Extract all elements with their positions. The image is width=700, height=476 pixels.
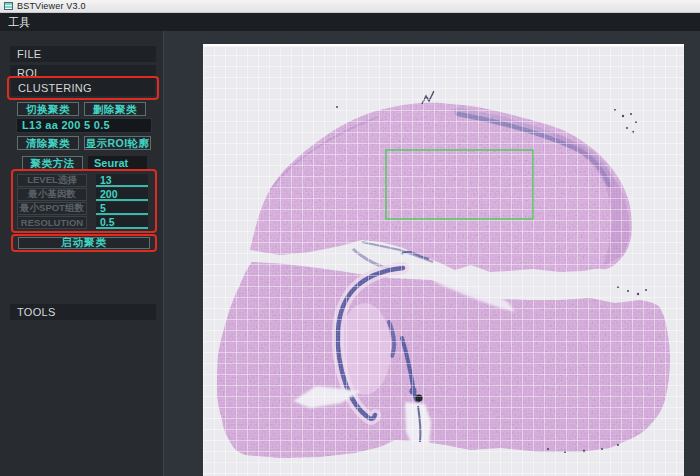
clear-cluster-button[interactable]: 清除聚类 (17, 136, 79, 150)
resolution-input[interactable]: 0.5 (96, 216, 148, 229)
show-roi-outline-button[interactable]: 显示ROI轮廓 (84, 136, 151, 150)
annotation-box-clustering: CLUSTERING (7, 76, 159, 100)
start-clustering-button[interactable]: 启动聚类 (18, 237, 150, 249)
min-spots-input[interactable]: 5 (96, 202, 148, 215)
brain-section-image (203, 44, 684, 476)
viewer-area (165, 31, 700, 476)
resolution-label: RESOLUTION (17, 216, 87, 229)
level-select-label: LEVEL选择 (17, 174, 87, 187)
min-spots-label: 最小SPOT组数 (17, 202, 87, 215)
min-genes-input[interactable]: 200 (96, 188, 148, 201)
app-logo-icon (4, 2, 13, 10)
annotation-box-params: LEVEL选择 13 最小基因数 200 最小SPOT组数 5 RESOLUTI… (11, 169, 157, 233)
param-row-min-spots: 最小SPOT组数 5 (17, 202, 151, 215)
app-window: BSTViewer V3.0 工具 FILE ROI CLUSTERING 切换… (0, 0, 700, 476)
panel-header-file[interactable]: FILE (10, 46, 156, 62)
panel-header-tools[interactable]: TOOLS (10, 304, 156, 320)
menubar: 工具 (0, 13, 700, 31)
menu-item-tools[interactable]: 工具 (0, 15, 38, 30)
sidebar: FILE ROI CLUSTERING 切换聚类 删除聚类 L13 aa 200… (0, 31, 164, 476)
param-row-resolution: RESOLUTION 0.5 (17, 216, 151, 229)
min-genes-label: 最小基因数 (17, 188, 87, 201)
cluster-select-combo[interactable]: L13 aa 200 5 0.5 (16, 118, 152, 133)
cluster-method-button[interactable]: 聚类方法 (22, 156, 83, 170)
delete-cluster-button[interactable]: 删除聚类 (84, 102, 146, 116)
spot-grid-overlay (203, 46, 684, 476)
histology-slide-canvas[interactable] (203, 44, 684, 476)
level-select-input[interactable]: 13 (96, 174, 148, 187)
window-title: BSTViewer V3.0 (17, 1, 86, 11)
panel-header-clustering[interactable]: CLUSTERING (11, 80, 155, 96)
titlebar: BSTViewer V3.0 (0, 0, 700, 13)
param-row-level: LEVEL选择 13 (17, 174, 151, 187)
param-row-min-genes: 最小基因数 200 (17, 188, 151, 201)
annotation-box-start: 启动聚类 (11, 234, 157, 252)
switch-cluster-button[interactable]: 切换聚类 (17, 102, 79, 116)
